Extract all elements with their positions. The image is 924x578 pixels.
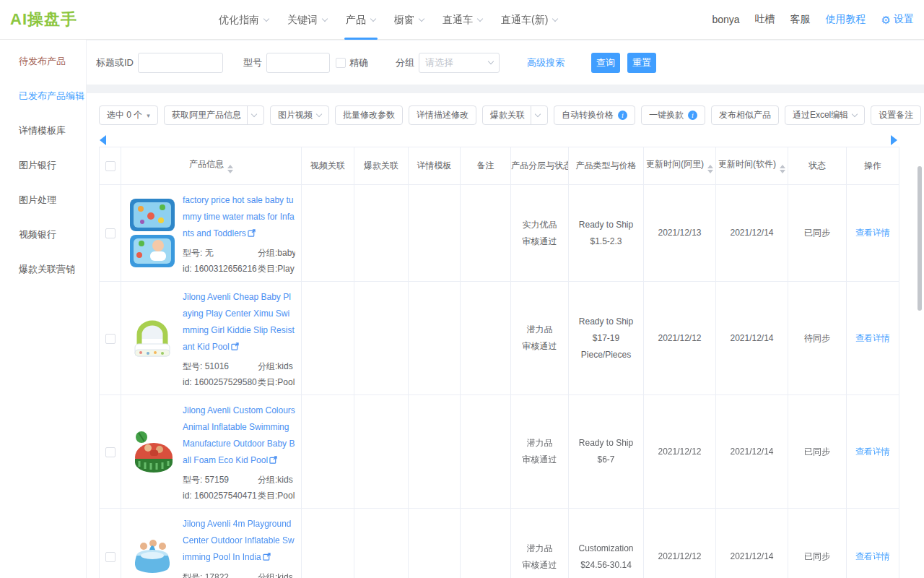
category-label: 类目: <box>258 491 277 501</box>
set-remark-button[interactable]: 设置备注 <box>871 105 921 125</box>
tier-value: 潜力品 <box>511 540 568 557</box>
sort-icon[interactable] <box>707 165 713 173</box>
caret-down-icon: ▾ <box>147 112 150 119</box>
model-field: 型号: 无 <box>183 248 258 258</box>
sort-icon[interactable] <box>227 165 233 173</box>
nav-tab-label: 优化指南 <box>219 14 259 27</box>
product-title-link[interactable]: Jilong Avenli 4m Playground Center Outdo… <box>183 519 295 562</box>
col-header-updated-soft[interactable]: 更新时间(软件) <box>716 147 788 185</box>
vertical-scrollbar[interactable] <box>918 166 922 311</box>
settings-link[interactable]: ⚙设置 <box>881 13 914 26</box>
category-value: Play Mats <box>277 264 295 274</box>
nav-tab[interactable]: 产品 <box>346 0 375 40</box>
product-id-field: id: 1600257540471 <box>183 491 258 501</box>
detail-description-edit-button[interactable]: 详情描述修改 <box>409 105 476 125</box>
sidebar-item[interactable]: 已发布产品编辑 <box>0 79 86 113</box>
chevron-down-icon <box>852 111 858 117</box>
product-id-label: id: <box>183 377 194 387</box>
chevron-down-icon <box>535 111 541 117</box>
support-link[interactable]: 客服 <box>790 13 811 26</box>
updated-soft-value: 2021/12/14 <box>730 333 773 343</box>
row-checkbox[interactable] <box>105 228 116 238</box>
col-header-label: 产品分层与状态 <box>511 160 569 171</box>
view-detail-link[interactable]: 查看详情 <box>855 447 890 457</box>
query-button[interactable]: 查询 <box>591 53 620 73</box>
feedback-link[interactable]: 吐槽 <box>755 13 775 26</box>
image-video-dropdown-label: 图片视频 <box>278 109 313 121</box>
info-icon: i <box>688 111 697 120</box>
nav-tab[interactable]: 橱窗 <box>394 0 424 40</box>
reset-button[interactable]: 重置 <box>627 53 656 73</box>
hot-item-link-dropdown-label: 爆款关联 <box>490 109 525 121</box>
category-value: Pool & Accesso... <box>277 377 295 387</box>
row-checkbox[interactable] <box>105 334 116 344</box>
model-value: 57159 <box>205 475 229 485</box>
sidebar-item[interactable]: 视频银行 <box>0 217 86 252</box>
model-label: 型号: <box>183 572 205 578</box>
table-row: Jilong Avenli Custom Colours Animal Infl… <box>100 395 899 509</box>
category-label: 类目: <box>258 264 277 274</box>
username[interactable]: bonya <box>712 14 739 25</box>
sidebar-item[interactable]: 图片银行 <box>0 148 86 183</box>
exact-checkbox[interactable] <box>336 58 346 68</box>
empty-cell <box>302 282 354 395</box>
table-row: Jilong Avenli 4m Playground Center Outdo… <box>100 509 899 578</box>
sort-icon[interactable] <box>780 165 785 173</box>
col-header-product-info[interactable]: 产品信息 <box>121 147 302 185</box>
view-detail-link[interactable]: 查看详情 <box>855 551 890 561</box>
model-input[interactable] <box>266 53 330 73</box>
col-header-updated-ali[interactable]: 更新时间(阿里) <box>644 147 716 185</box>
batch-edit-params-button[interactable]: 批量修改参数 <box>335 105 403 125</box>
tutorial-link[interactable]: 使用教程 <box>826 13 866 26</box>
chevron-down-icon <box>322 16 328 22</box>
col-header-label: 操作 <box>864 160 881 171</box>
empty-cell <box>461 282 511 395</box>
sidebar-item[interactable]: 图片处理 <box>0 183 86 217</box>
view-detail-link[interactable]: 查看详情 <box>855 333 890 343</box>
support-link-label: 客服 <box>790 13 811 26</box>
product-title-link[interactable]: Jilong Avenli Custom Colours Animal Infl… <box>183 405 295 465</box>
image-video-dropdown[interactable]: 图片视频 <box>270 105 329 125</box>
one-key-swap-button[interactable]: 一键换款i <box>641 105 705 125</box>
hot-item-link-dropdown[interactable]: 爆款关联 <box>482 105 548 125</box>
sync-status: 已同步 <box>804 228 830 238</box>
advanced-search-link[interactable]: 高级搜索 <box>527 56 565 69</box>
select-all-checkbox[interactable] <box>105 161 116 171</box>
table-scroll-right-arrow[interactable] <box>891 135 897 145</box>
edit-via-excel-dropdown[interactable]: 通过Excel编辑 <box>785 105 865 125</box>
sidebar-item[interactable]: 待发布产品 <box>0 44 86 79</box>
nav-tab[interactable]: 直通车 <box>443 0 482 40</box>
title-or-id-input[interactable] <box>138 53 223 73</box>
auto-convert-price-button[interactable]: 自动转换价格i <box>554 105 635 125</box>
publish-similar-product-button[interactable]: 发布相似产品 <box>711 105 779 125</box>
product-title-link[interactable]: factory price hot sale baby tummy time w… <box>183 195 295 238</box>
selected-count-dropdown[interactable]: 选中 0 个▾ <box>99 105 158 125</box>
app-logo: AI操盘手 <box>10 9 77 30</box>
nav-tab[interactable]: 直通车(新) <box>501 0 557 40</box>
product-title-link[interactable]: Jilong Avenli Cheap Baby Playing Play Ce… <box>183 292 295 351</box>
sidebar-item[interactable]: 详情模板库 <box>0 113 86 148</box>
trade-type: Ready to Ship <box>569 217 643 233</box>
auto-convert-price-button-label: 自动转换价格 <box>562 109 614 121</box>
nav-tab[interactable]: 优化指南 <box>219 0 269 40</box>
product-thumbnail <box>128 198 176 268</box>
model-field: 型号: 17822 <box>183 572 258 578</box>
col-header-detail-template: 详情模板 <box>409 147 461 185</box>
group-field: 分组:kids swimming ... <box>258 572 295 578</box>
fetch-ali-product-info-button[interactable]: 获取阿里产品信息 <box>164 105 264 125</box>
category-label: 类目: <box>258 377 277 387</box>
product-image <box>129 234 175 268</box>
tier-value: 实力优品 <box>511 217 568 233</box>
group-select[interactable]: 请选择 <box>419 53 500 73</box>
view-detail-link[interactable]: 查看详情 <box>855 228 890 238</box>
empty-cell <box>354 185 409 282</box>
empty-cell <box>409 282 461 395</box>
sidebar-item[interactable]: 爆款关联营销 <box>0 252 86 287</box>
settings-link-label: 设置 <box>894 13 914 26</box>
table-scroll-left-arrow[interactable] <box>100 135 106 145</box>
model-label: 型号: <box>183 361 205 371</box>
nav-tab[interactable]: 关键词 <box>287 0 327 40</box>
row-checkbox[interactable] <box>105 447 116 457</box>
audit-status: 审核通过 <box>511 452 568 468</box>
row-checkbox[interactable] <box>105 552 116 562</box>
